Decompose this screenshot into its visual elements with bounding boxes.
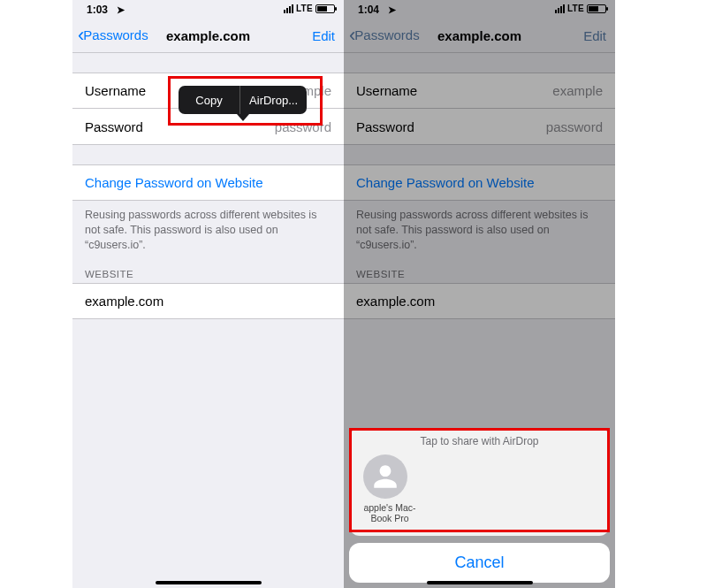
phone-right: 1:04 ➤ LTE ‹Passwords example.com Edit U… [344, 0, 615, 588]
battery-icon [315, 4, 335, 13]
page-title: example.com [72, 28, 344, 43]
airdrop-sheet: Tap to share with AirDrop apple's Mac- B… [349, 428, 610, 583]
location-icon: ➤ [117, 4, 125, 16]
avatar-icon [363, 454, 407, 499]
airdrop-panel: Tap to share with AirDrop apple's Mac- B… [349, 428, 610, 536]
airdrop-menu-item[interactable]: AirDrop... [240, 86, 307, 114]
phone-left: 1:03 ➤ LTE ‹Passwords example.com Edit U… [72, 0, 344, 588]
username-label: Username [85, 83, 146, 98]
edit-button[interactable]: Edit [312, 28, 335, 43]
status-time: 1:03 [87, 4, 108, 16]
airdrop-target[interactable]: apple's Mac- Book Pro [358, 454, 422, 523]
nav-bar: ‹Passwords example.com Edit [72, 19, 344, 53]
context-menu: Copy AirDrop... [179, 86, 307, 126]
home-indicator[interactable] [156, 581, 262, 584]
signal-icon [284, 4, 293, 13]
callout-tail [237, 114, 249, 121]
airdrop-hint: Tap to share with AirDrop [358, 435, 601, 447]
status-right: LTE [284, 4, 335, 13]
copy-menu-item[interactable]: Copy [179, 86, 239, 114]
cancel-button[interactable]: Cancel [349, 543, 610, 583]
website-value: example.com [85, 294, 163, 309]
change-password-label: Change Password on Website [85, 175, 263, 190]
airdrop-target-name: apple's Mac- Book Pro [358, 502, 422, 523]
home-indicator[interactable] [427, 581, 533, 584]
network-label: LTE [296, 4, 313, 13]
status-bar: 1:03 ➤ LTE [72, 0, 344, 19]
website-row[interactable]: example.com [72, 283, 344, 319]
password-label: Password [85, 119, 143, 134]
reuse-warning: Reusing passwords across different websi… [72, 201, 344, 256]
website-header: WEBSITE [72, 256, 344, 283]
change-password-link[interactable]: Change Password on Website [72, 164, 344, 201]
